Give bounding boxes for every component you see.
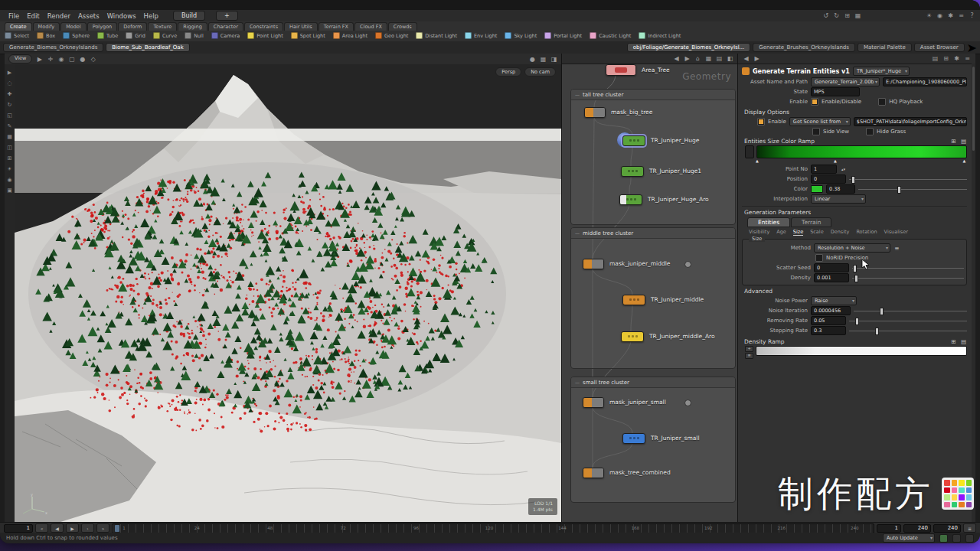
range-start-field[interactable]: 1 [877, 524, 901, 533]
desktop-add-tab[interactable]: + [216, 11, 238, 21]
jump-end-button[interactable]: » [96, 523, 109, 533]
menubar-snap-icon[interactable]: ⊞ [844, 12, 851, 19]
menu-file[interactable]: File [5, 12, 23, 20]
shelf-tab-polygon[interactable]: Polygon [87, 22, 118, 31]
menubar-camera-icon[interactable]: ◉ [936, 12, 943, 19]
pane-tab[interactable]: obj/Foliage/Generate_Biomes_OrkneyIsl... [627, 43, 751, 52]
ramp-add-button[interactable]: + [745, 346, 753, 352]
color-value-field[interactable]: 0.38 [826, 184, 855, 194]
shelf-tool-select[interactable]: Select [5, 32, 29, 39]
step-forward-button[interactable]: › [81, 523, 94, 533]
pane-tab[interactable]: Asset Browser [914, 43, 965, 52]
update-mode-dropdown[interactable]: Auto Update [883, 533, 935, 543]
point-stepper-icon[interactable]: ▴▾ [840, 167, 847, 171]
stepping-rate-field[interactable]: 0.3 [811, 326, 846, 335]
shelf-tool-distant-light[interactable]: Distant Light [416, 32, 457, 39]
shelf-tool-sky-light[interactable]: Sky Light [505, 32, 537, 39]
node-mask_juniper_middle[interactable]: mask_juniper_middle [583, 259, 670, 269]
density-ramp-list-icon[interactable]: ▤ [960, 338, 967, 345]
ramp-key[interactable]: ▲ [756, 158, 759, 163]
shelf-tool-env-light[interactable]: Env Light [465, 32, 497, 39]
shelf-tool-tube[interactable]: Tube [97, 32, 118, 39]
asset-name-dropdown[interactable]: Generate_Terrain_2.00b [811, 77, 880, 86]
vp-frame-icon[interactable]: ▢ [68, 56, 75, 63]
menu-assets[interactable]: Assets [74, 12, 103, 20]
param-menu-icon[interactable]: ≡ [964, 55, 971, 62]
menu-help[interactable]: Help [140, 12, 162, 20]
vp-pan-icon[interactable]: ✛ [47, 56, 54, 63]
shelf-tool-portal-light[interactable]: Portal Light [544, 32, 582, 39]
tab-entities[interactable]: Entities [747, 217, 790, 227]
pane-tab[interactable]: Material Palette [858, 43, 912, 52]
shelf-tool-grid[interactable]: Grid [126, 32, 145, 39]
noise-iteration-slider[interactable] [854, 307, 967, 315]
network-canvas[interactable]: Geometry tall tree clustermiddle tree cl… [562, 64, 738, 522]
shelf-tab-create[interactable]: Create [5, 22, 32, 31]
subtab-visibility[interactable]: Visibility [749, 229, 769, 236]
norid-checkbox[interactable] [815, 254, 823, 262]
node-TR_Juniper_Huge1[interactable]: TR_Juniper_Huge1 [621, 166, 701, 176]
color-slider[interactable] [858, 185, 967, 193]
vptool-brush-icon[interactable]: ✎ [6, 123, 13, 129]
menu-render[interactable]: Render [44, 12, 74, 20]
ramp-key[interactable]: ▲ [834, 158, 837, 163]
net-back-icon[interactable]: ◀ [673, 55, 680, 62]
vptool-camera-icon[interactable]: ◉ [6, 177, 13, 183]
menubar-menu-icon[interactable]: ≡ [958, 12, 965, 19]
method-dropdown[interactable]: Resolution + Noise [814, 243, 890, 253]
vp-shade-icon[interactable]: ● [529, 56, 536, 63]
scene-list-dropdown[interactable]: Get Scene list from [789, 117, 851, 126]
range-end-field[interactable]: 240 [903, 524, 931, 533]
ramp-grid-icon[interactable]: ⊞ [950, 138, 957, 145]
ramp-preset-button[interactable] [745, 145, 754, 158]
current-frame-field[interactable]: 1 [4, 524, 33, 533]
net-forward-icon[interactable]: ▶ [684, 55, 691, 62]
color-swatch[interactable] [811, 185, 823, 193]
shelf-tool-sphere[interactable]: Sphere [63, 32, 90, 39]
pin-icon[interactable]: ➤ [967, 41, 977, 55]
node-TR_Juniper_middle[interactable]: TR_Juniper_middle [622, 295, 704, 305]
param-gear-icon[interactable]: ✱ [953, 55, 960, 62]
side-view-checkbox[interactable] [812, 128, 820, 135]
shelf-tab-deform[interactable]: Deform [118, 22, 147, 31]
hq-playback-checkbox[interactable] [878, 98, 886, 106]
density-ramp-grid-icon[interactable]: ⊞ [950, 338, 957, 345]
scatter-seed-field[interactable]: 0 [814, 263, 849, 272]
noise-iteration-field[interactable]: 0.0000456 [811, 306, 851, 315]
tab-terrain[interactable]: Terrain [791, 217, 831, 227]
shelf-tool-caustic-light[interactable]: Caustic Light [590, 32, 631, 39]
node-TR_Juniper_middle_Aro[interactable]: TR_Juniper_middle_Aro [621, 331, 715, 341]
shelf-tab-constraints[interactable]: Constraints [244, 22, 283, 31]
shelf-tab-modify[interactable]: Modify [33, 22, 60, 31]
vp-snapshot-icon[interactable]: ◨ [550, 56, 557, 63]
net-grid-icon[interactable]: ▦ [705, 55, 712, 62]
position-field[interactable]: 0 [811, 174, 846, 184]
net-layout-icon[interactable]: ▤ [716, 55, 723, 62]
vptool-move-icon[interactable]: ✚ [6, 91, 13, 97]
play-button[interactable]: ▶ [66, 523, 79, 533]
view-label[interactable]: View [8, 54, 32, 64]
node-mask_big_tree[interactable]: mask_big_tree [584, 107, 652, 117]
pane-tab[interactable]: Generate_Biomes_OrkneyIslands [3, 43, 103, 52]
status-indicator-green[interactable] [939, 534, 948, 543]
shelf-tab-crowds[interactable]: Crowds [388, 22, 417, 31]
shelf-tab-rigging[interactable]: Rigging [178, 22, 207, 31]
shelf-tool-camera[interactable]: Camera [211, 32, 240, 39]
net-color-icon[interactable]: ◧ [727, 55, 733, 62]
net-home-icon[interactable]: ⌂ [694, 55, 701, 62]
scene-enable-checkbox[interactable] [757, 118, 765, 126]
desktop-tab[interactable]: Build [173, 11, 205, 21]
menu-edit[interactable]: Edit [23, 12, 43, 20]
noise-power-dropdown[interactable]: Raise [811, 296, 857, 305]
vptool-mirror-icon[interactable]: ◫ [6, 145, 13, 151]
density-field[interactable]: 0.001 [814, 273, 849, 282]
shelf-tab-character[interactable]: Character [208, 22, 243, 31]
ramp-mode-button[interactable]: ≡ [745, 353, 753, 359]
removing-rate-field[interactable]: 0.05 [811, 316, 846, 325]
subtab-age[interactable]: Age [776, 229, 786, 236]
menubar-light-icon[interactable]: ☀ [926, 12, 933, 19]
vptool-snap-icon[interactable]: ⊞ [6, 155, 13, 161]
stepping-rate-slider[interactable] [849, 327, 967, 334]
vp-zoom-icon[interactable]: ◉ [57, 56, 64, 63]
vptool-mask-icon[interactable]: ▦ [6, 134, 13, 140]
